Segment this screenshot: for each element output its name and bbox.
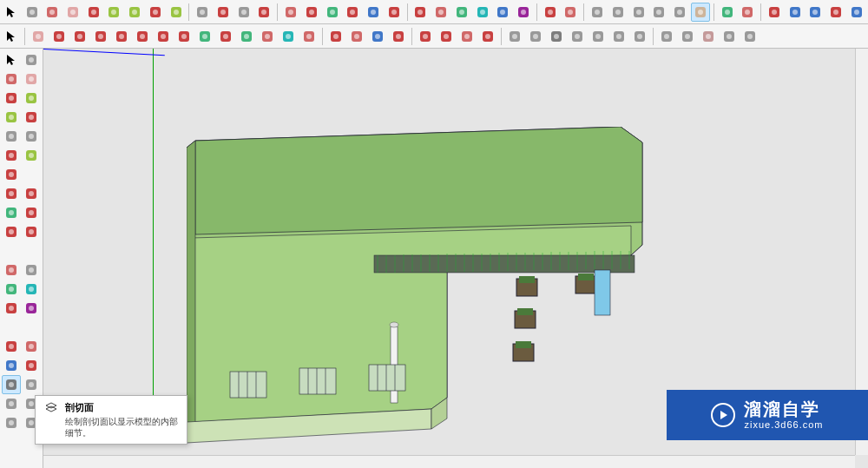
orbit-l[interactable] bbox=[2, 337, 21, 356]
scrollbar-horizontal[interactable] bbox=[43, 455, 855, 468]
pencil-l[interactable] bbox=[2, 89, 21, 108]
house2[interactable] bbox=[526, 27, 545, 46]
arc2[interactable] bbox=[234, 3, 253, 22]
pie-l[interactable] bbox=[2, 146, 21, 165]
paint-l[interactable] bbox=[2, 69, 21, 89]
poly2[interactable] bbox=[133, 27, 152, 46]
magnify[interactable] bbox=[786, 3, 805, 22]
arc-l[interactable] bbox=[23, 127, 42, 146]
section-plane[interactable] bbox=[691, 3, 710, 22]
move[interactable] bbox=[343, 3, 362, 22]
zoom-prev[interactable] bbox=[649, 3, 668, 22]
zoom3[interactable] bbox=[368, 27, 387, 46]
orbit2[interactable] bbox=[326, 27, 345, 46]
offset-l[interactable] bbox=[2, 203, 21, 222]
plugin3[interactable] bbox=[457, 27, 477, 46]
pan2[interactable] bbox=[347, 27, 366, 46]
select2[interactable] bbox=[2, 27, 21, 46]
axes-l[interactable] bbox=[2, 299, 21, 318]
orbit[interactable] bbox=[541, 3, 560, 22]
follow-l[interactable] bbox=[23, 184, 42, 203]
push-pull[interactable] bbox=[281, 3, 300, 22]
cube5[interactable] bbox=[740, 27, 760, 46]
pie[interactable] bbox=[214, 3, 233, 22]
freehand[interactable] bbox=[105, 3, 124, 22]
component-l[interactable] bbox=[23, 50, 42, 69]
polygon[interactable] bbox=[167, 3, 186, 22]
poly-l[interactable] bbox=[2, 127, 21, 146]
house6[interactable] bbox=[609, 27, 628, 46]
push-l[interactable] bbox=[2, 184, 21, 203]
rotate-l[interactable] bbox=[2, 222, 21, 241]
building-model[interactable] bbox=[187, 127, 655, 468]
magnify2[interactable] bbox=[806, 3, 825, 22]
eraser-l[interactable] bbox=[23, 69, 42, 89]
plugin2[interactable] bbox=[437, 27, 456, 46]
cube1[interactable] bbox=[657, 27, 676, 46]
offset2[interactable] bbox=[237, 27, 256, 46]
rect2[interactable] bbox=[91, 27, 110, 46]
dimension[interactable] bbox=[431, 3, 450, 22]
cube4[interactable] bbox=[720, 27, 739, 46]
text-l[interactable] bbox=[23, 280, 42, 299]
house3[interactable] bbox=[547, 27, 566, 46]
axes[interactable] bbox=[493, 3, 512, 22]
pan-l[interactable] bbox=[23, 337, 42, 356]
zoom-extents[interactable] bbox=[629, 3, 648, 22]
paint2[interactable] bbox=[299, 27, 319, 46]
house7[interactable] bbox=[630, 27, 649, 46]
scale-l[interactable] bbox=[23, 222, 42, 241]
select-arrow[interactable] bbox=[2, 3, 21, 22]
zoom4[interactable] bbox=[389, 27, 408, 46]
eraser2[interactable] bbox=[29, 27, 48, 46]
text[interactable] bbox=[473, 3, 492, 22]
select-l[interactable] bbox=[2, 50, 21, 69]
move2[interactable] bbox=[174, 27, 194, 46]
tape-l[interactable] bbox=[2, 260, 21, 280]
section2-l[interactable] bbox=[23, 375, 41, 394]
dim-l[interactable] bbox=[23, 260, 42, 280]
position-l[interactable] bbox=[2, 413, 21, 432]
arc3[interactable] bbox=[255, 3, 274, 22]
target2[interactable] bbox=[847, 3, 866, 22]
target[interactable] bbox=[826, 3, 845, 22]
zoom[interactable] bbox=[608, 3, 628, 22]
zoom-l[interactable] bbox=[2, 356, 21, 375]
scale[interactable] bbox=[385, 3, 404, 22]
follow-me[interactable] bbox=[302, 3, 321, 22]
zoom-next[interactable] bbox=[670, 3, 689, 22]
push2[interactable] bbox=[154, 27, 173, 46]
house5[interactable] bbox=[589, 27, 608, 46]
cube3[interactable] bbox=[699, 27, 718, 46]
circle2[interactable] bbox=[112, 27, 131, 46]
protractor[interactable] bbox=[452, 3, 471, 22]
arc4[interactable] bbox=[70, 27, 89, 46]
rectangle[interactable] bbox=[125, 3, 144, 22]
3dtext[interactable] bbox=[514, 3, 533, 22]
house1[interactable] bbox=[505, 27, 524, 46]
ze-l[interactable] bbox=[23, 356, 42, 375]
arc2-l[interactable] bbox=[23, 146, 42, 165]
house4[interactable] bbox=[568, 27, 587, 46]
cube2[interactable] bbox=[678, 27, 697, 46]
move-l[interactable] bbox=[23, 203, 42, 222]
layers-tool[interactable] bbox=[718, 3, 737, 22]
section-l[interactable] bbox=[2, 375, 21, 394]
rotate[interactable] bbox=[364, 3, 383, 22]
zoom-window[interactable] bbox=[588, 3, 607, 22]
pencil[interactable] bbox=[84, 3, 103, 22]
line2[interactable] bbox=[49, 27, 69, 46]
freehand-l[interactable] bbox=[23, 89, 42, 108]
make-component[interactable] bbox=[23, 3, 42, 22]
walk-l[interactable] bbox=[2, 394, 21, 413]
tape2[interactable] bbox=[258, 27, 277, 46]
scale2[interactable] bbox=[216, 27, 235, 46]
protractor-l[interactable] bbox=[2, 280, 21, 299]
rotate2[interactable] bbox=[195, 27, 214, 46]
arc[interactable] bbox=[193, 3, 212, 22]
outliner-tool[interactable] bbox=[738, 3, 757, 22]
arc3-l[interactable] bbox=[2, 165, 21, 184]
text2[interactable] bbox=[279, 27, 298, 46]
circle-l[interactable] bbox=[23, 108, 42, 127]
eraser[interactable] bbox=[63, 3, 82, 22]
